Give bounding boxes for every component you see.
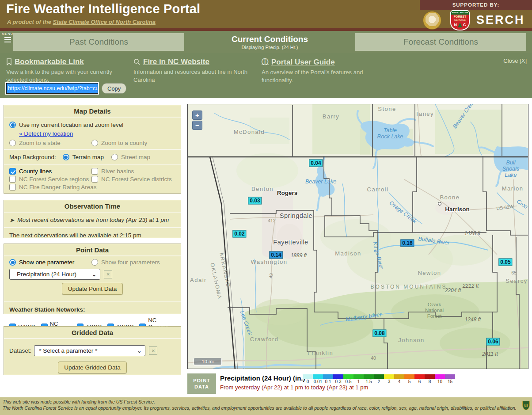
tab-forecast-conditions[interactable]: Forecast Conditions <box>355 33 526 51</box>
info-icon: ⓘ <box>262 57 269 67</box>
point-data-tag: POINT DATA <box>187 373 216 394</box>
legend-swatch <box>384 374 394 379</box>
option-current-location[interactable]: Use my current location and zoom level <box>9 120 175 129</box>
legend-stop: 2 <box>374 374 384 384</box>
hamburger-icon <box>1 37 14 42</box>
nc-state-seal-icon <box>423 11 441 30</box>
option-four-parameters[interactable]: Show four parameters <box>91 259 160 266</box>
legend-stop: 15 <box>445 374 455 384</box>
legend-swatch <box>343 374 353 379</box>
data-point-marker[interactable]: 0.14 <box>269 251 283 259</box>
legend-swatch <box>333 374 343 379</box>
tab-current-subtitle: Displaying Precip. (24 Hr.) <box>242 45 298 50</box>
user-guide-section: ⓘPortal User Guide An overview of the Po… <box>262 57 385 84</box>
menu-label: MENU <box>1 32 14 36</box>
checkbox-ncfs-regions[interactable] <box>9 176 16 183</box>
clear-parameter-button[interactable]: × <box>104 270 112 278</box>
legend-stop: 1 <box>353 374 364 384</box>
menu-button[interactable]: MENU <box>1 32 14 42</box>
bookmark-icon <box>6 58 12 65</box>
legend-tick-label: 5 <box>408 379 411 384</box>
option-zoom-county[interactable]: Zoom to a county <box>91 140 147 146</box>
legend-tick-label: 0.01 <box>314 379 322 384</box>
zoom-out-button[interactable]: − <box>192 121 202 130</box>
zoom-in-button[interactable]: + <box>192 110 202 120</box>
point-data-panel: Point Data Show one parameter Show four … <box>4 244 181 314</box>
map-background-label: Map Background: <box>9 154 56 160</box>
map-canvas[interactable]: McDonaldBarryStoneTaneyBentonCarrollBoon… <box>187 104 528 369</box>
checkbox-river-basins[interactable] <box>91 168 98 175</box>
checkbox-ncfs-districts[interactable] <box>91 176 98 183</box>
header: Fire Weather Intelligence Portal A produ… <box>0 0 532 31</box>
clear-dataset-button[interactable]: × <box>149 346 157 355</box>
dataset-select[interactable]: * Select a parameter *⌄ <box>34 345 145 356</box>
legend-tick-label: 4 <box>398 379 401 384</box>
update-point-data-button[interactable]: Update Point Data <box>62 283 123 295</box>
observation-time-title: Observation Time <box>4 200 181 212</box>
radio-four-parameters[interactable] <box>91 259 98 266</box>
map-zoom-control: + − <box>192 110 203 131</box>
radio-one-parameter[interactable] <box>9 259 16 266</box>
close-infobar-button[interactable]: Close [X] <box>503 57 527 64</box>
checkbox-county-lines[interactable] <box>9 168 16 175</box>
observation-time-panel: Observation Time ➤Most recent observatio… <box>4 200 181 238</box>
radio-current-location[interactable] <box>9 122 16 128</box>
radio-terrain-map[interactable] <box>63 154 69 160</box>
legend-stop: 0.5 <box>343 374 353 384</box>
bookmarkable-link-title[interactable]: Bookmarkable Link <box>6 57 130 66</box>
supported-by-label: SUPPORTED BY: <box>420 0 532 10</box>
point-data-title: Point Data <box>4 244 181 255</box>
option-zoom-state[interactable]: Zoom to a state <box>9 140 91 146</box>
legend-tick-label: 0.3 <box>335 379 342 384</box>
legend-swatch <box>313 374 323 379</box>
update-gridded-data-button[interactable]: Update Gridded Data <box>58 362 127 373</box>
data-point-marker[interactable]: 0.16 <box>400 240 414 247</box>
layer-river-basins[interactable]: River basins <box>91 168 134 175</box>
tab-past-conditions[interactable]: Past Conditions <box>13 33 184 51</box>
legend-swatch <box>404 374 414 379</box>
legend-bar: POINT DATA Precipitation (24 Hour) (in.)… <box>187 373 528 395</box>
latest-observation-text: ➤Most recent observations are from today… <box>9 215 175 225</box>
data-point-marker[interactable]: 0.05 <box>498 259 512 266</box>
legend-stop: 5 <box>404 374 414 384</box>
fire-in-nc-title[interactable]: Fire in NC Website <box>133 57 254 66</box>
layer-county-lines[interactable]: County lines <box>9 168 91 175</box>
footer: This web site was made possible with fun… <box>0 397 532 415</box>
layer-ncfs-regions[interactable]: NC Forest Service regions <box>9 176 91 183</box>
bookmark-url-input[interactable]: https://climate.ncsu.edu/fwip/?tab=cu <box>6 83 98 94</box>
serch-logo: SERCH <box>476 13 525 27</box>
checkbox-fire-danger-areas[interactable] <box>9 184 16 190</box>
data-point-marker[interactable]: 0.02 <box>232 230 246 238</box>
legend-tick-label: 6 <box>418 379 421 384</box>
info-bar: Bookmarkable Link View a link to the pag… <box>0 53 532 98</box>
legend-period: From yesterday (Apr 22) at 1 pm to today… <box>220 384 368 391</box>
data-point-marker[interactable]: 0.08 <box>372 330 386 337</box>
radio-street-map[interactable] <box>111 154 118 160</box>
user-guide-title[interactable]: ⓘPortal User Guide <box>262 57 385 67</box>
legend-title: Precipitation (24 Hour) (in.) <box>220 374 305 382</box>
legend-stop: 0.1 <box>323 374 333 384</box>
radio-zoom-county[interactable] <box>91 140 98 146</box>
layer-ncfs-districts[interactable]: NC Forest Service districts <box>91 176 172 183</box>
next-observation-text: The next observations will be available … <box>9 231 175 240</box>
data-point-marker[interactable]: 0.06 <box>486 338 500 346</box>
dataset-label: Dataset: <box>9 347 31 354</box>
legend-stop: 4 <box>394 374 404 384</box>
radio-zoom-state[interactable] <box>9 140 16 146</box>
data-point-marker[interactable]: 0.04 <box>309 160 323 167</box>
page-title: Fire Weather Intelligence Portal <box>6 2 200 16</box>
tab-current-conditions[interactable]: Current Conditions Displaying Precip. (2… <box>184 33 355 51</box>
detect-location-link[interactable]: » Detect my location <box>19 130 73 137</box>
chevron-down-icon: ⌄ <box>92 271 96 278</box>
legend-swatch <box>374 374 384 379</box>
parameter-select[interactable]: Precipitation (24 Hour)⌄ <box>9 269 100 280</box>
copy-url-button[interactable]: Copy <box>102 83 126 94</box>
data-point-marker[interactable]: 0.03 <box>248 197 262 205</box>
legend-tick-label: 2 <box>378 379 380 384</box>
legend-tick-label: 8 <box>429 379 431 384</box>
legend-stop: 6 <box>414 374 425 384</box>
layer-fire-danger-areas[interactable]: NC Fire Danger Rating Areas <box>9 184 97 190</box>
gridded-data-panel: Gridded Data Dataset: * Select a paramet… <box>4 326 181 375</box>
sco-link[interactable]: State Climate Office of North Carolina <box>53 19 156 25</box>
option-one-parameter[interactable]: Show one parameter <box>9 259 91 266</box>
